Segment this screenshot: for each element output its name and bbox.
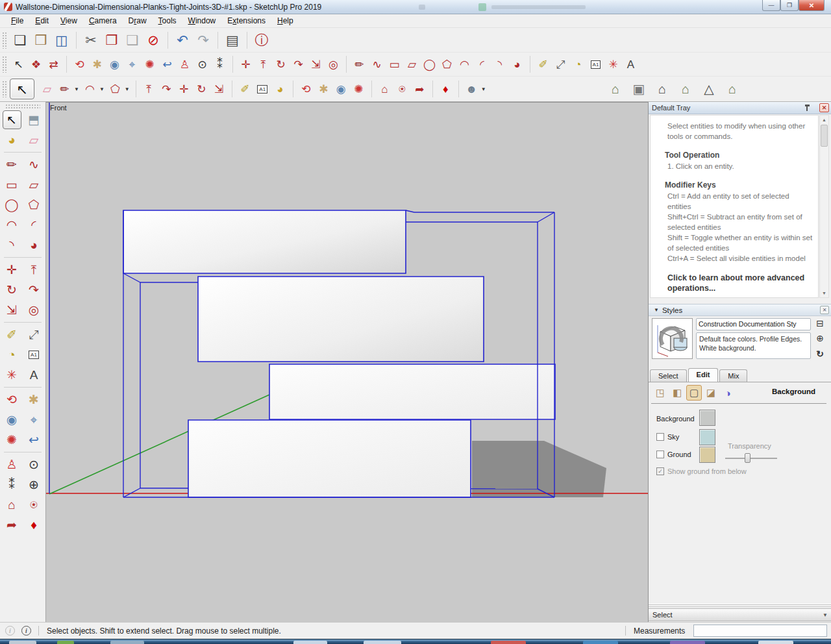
share-model-button[interactable]: ⍟ (393, 80, 411, 98)
view-iso-button[interactable]: ⌂ (604, 79, 627, 99)
pan-button[interactable]: ✱ (88, 56, 106, 73)
move-button[interactable]: ✛ (175, 80, 193, 98)
circle-button[interactable]: ◯ (3, 195, 21, 214)
print-button[interactable]: ▤ (222, 30, 243, 51)
rectangle-button[interactable]: ▭ (3, 175, 21, 194)
instructor-scrollbar[interactable]: ▲ ▼ (819, 115, 829, 298)
measurements-input[interactable] (693, 625, 827, 637)
pie-button[interactable]: ◕ (25, 236, 43, 254)
style-description-field[interactable]: Default face colors. Profile Edges. Whit… (696, 332, 811, 359)
share-model-button[interactable]: ⍟ (25, 495, 43, 514)
zoom-extents-button[interactable]: ✺ (3, 430, 21, 449)
menu-file[interactable]: File (5, 15, 29, 27)
zoom-button[interactable]: ◉ (332, 80, 350, 98)
cut-button[interactable]: ✂ (81, 30, 101, 51)
plank-face-second[interactable] (198, 277, 484, 362)
plank-face-third[interactable] (269, 364, 555, 419)
model-viewport[interactable]: Front (46, 102, 648, 622)
styles-close-button[interactable]: ✕ (820, 306, 829, 314)
shapes-button[interactable]: ⬠ (106, 80, 124, 98)
previous-view-button[interactable]: ↩ (25, 430, 43, 449)
pin-icon[interactable] (804, 105, 810, 112)
view-back-button[interactable]: △ (697, 79, 721, 99)
sky-checkbox[interactable] (656, 433, 664, 441)
undo-button[interactable]: ↶ (172, 30, 193, 51)
offset-button[interactable]: ◎ (325, 56, 342, 73)
view-top-button[interactable]: ▣ (627, 79, 651, 99)
axes-button[interactable]: ✳ (604, 56, 622, 73)
previous-view-button[interactable]: ↩ (158, 56, 176, 73)
line-button[interactable]: ✏ (3, 155, 21, 174)
polygon-button[interactable]: ⬠ (25, 195, 43, 214)
account-dropdown[interactable]: ▼ (481, 86, 486, 92)
taskbar-app-button[interactable] (758, 641, 793, 644)
walk-button[interactable]: ⁑ (211, 56, 229, 73)
freehand-button[interactable]: ∿ (368, 56, 386, 73)
line-button[interactable]: ✏ (351, 56, 368, 73)
send-to-layout-button[interactable]: ➦ (3, 515, 21, 534)
minimize-button[interactable]: — (762, 0, 780, 11)
select-button[interactable]: ↖ (3, 110, 21, 129)
redo-button[interactable]: ↷ (193, 30, 214, 51)
toolbar-grip[interactable] (2, 32, 7, 49)
move-button[interactable]: ✛ (237, 56, 254, 73)
pan-button[interactable]: ✱ (25, 390, 43, 409)
select-button[interactable]: ↖ (10, 79, 34, 99)
3d-text-button[interactable]: A (25, 365, 43, 384)
zoom-window-button[interactable]: ⌖ (123, 56, 141, 73)
tray-splitter[interactable] (649, 604, 831, 608)
transparency-slider-handle[interactable] (745, 453, 750, 463)
tape-measure-button[interactable]: ✐ (534, 56, 552, 73)
rotated-rectangle-button[interactable]: ▱ (403, 56, 421, 73)
eraser-button[interactable]: ▱ (38, 80, 56, 98)
help-icon[interactable]: i (21, 626, 31, 636)
toolbar-grip[interactable] (2, 80, 7, 97)
dimension-button[interactable]: ⤢ (552, 56, 569, 73)
scale-button[interactable]: ⇲ (307, 56, 325, 73)
transparency-slider[interactable] (725, 458, 777, 459)
component-options-button[interactable]: ⇄ (45, 56, 62, 73)
erase-button[interactable]: ⊘ (143, 30, 164, 51)
3d-warehouse-button[interactable]: ⌂ (376, 80, 393, 98)
style-thumbnail[interactable] (652, 318, 693, 359)
extension-warehouse-button[interactable]: ♦ (25, 515, 43, 534)
scrollbar-thumb[interactable] (821, 125, 828, 147)
make-component-button[interactable]: ❖ (27, 56, 45, 73)
tab-edit[interactable]: Edit (688, 368, 719, 382)
section-plane-button[interactable]: ⊕ (25, 475, 43, 494)
plank-face-top[interactable] (123, 210, 406, 273)
follow-me-button[interactable]: ↷ (158, 80, 175, 98)
orbit-button[interactable]: ⟲ (297, 80, 315, 98)
arcs-dropdown[interactable]: ▼ (99, 86, 105, 92)
arc-3pt-button[interactable]: ◝ (3, 236, 21, 254)
arc-button[interactable]: ◜ (25, 216, 43, 234)
orbit-button[interactable]: ⟲ (3, 390, 21, 409)
geolocation-icon[interactable]: i (5, 626, 15, 636)
styles-panel-header[interactable]: ▼ Styles ✕ (649, 304, 831, 316)
text-button[interactable]: A1 (587, 56, 604, 73)
collapsed-select-panel[interactable]: Select ▼ (649, 608, 831, 621)
toolbar-grip[interactable] (5, 104, 40, 109)
tab-select[interactable]: Select (650, 369, 687, 382)
arcs-button[interactable]: ◠ (81, 80, 99, 98)
maximize-button[interactable]: ❐ (780, 0, 799, 11)
arc-2pt-button[interactable]: ◠ (3, 216, 21, 234)
circle-button[interactable]: ◯ (421, 56, 438, 73)
tray-header[interactable]: Default Tray ✕ (649, 102, 831, 114)
tray-close-button[interactable]: ✕ (819, 103, 829, 112)
taskbar-app-button[interactable] (110, 641, 144, 644)
position-camera-button[interactable]: ♙ (3, 455, 21, 474)
follow-me-button[interactable]: ↷ (25, 280, 43, 299)
look-around-button[interactable]: ⊙ (25, 455, 43, 474)
3d-text-button[interactable]: A (622, 56, 639, 73)
3d-warehouse-button[interactable]: ⌂ (3, 495, 21, 514)
taskbar-app-button[interactable] (670, 641, 705, 644)
toolbar-grip[interactable] (2, 56, 7, 73)
pan-button[interactable]: ✱ (315, 80, 332, 98)
tape-measure-button[interactable]: ✐ (236, 80, 254, 98)
scale-button[interactable]: ⇲ (3, 301, 21, 319)
menu-edit[interactable]: Edit (29, 15, 55, 27)
scroll-down-button[interactable]: ▼ (820, 289, 828, 297)
rotate-button[interactable]: ↻ (272, 56, 290, 73)
face-settings-icon[interactable]: ◧ (669, 385, 685, 401)
